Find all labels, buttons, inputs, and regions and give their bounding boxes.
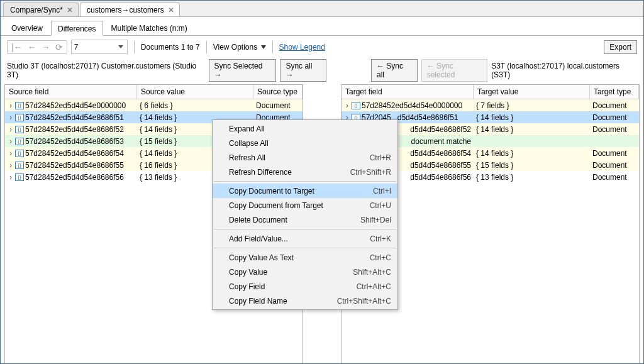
row-value: { 14 fields } (474, 148, 590, 158)
view-options-button[interactable]: View Options (213, 43, 266, 52)
top-tabs: Compare/Sync* ✕ customers→customers ✕ (1, 1, 643, 17)
expand-icon[interactable]: › (8, 125, 14, 134)
page-select[interactable]: 7 (71, 40, 128, 54)
separator (134, 41, 135, 53)
sync-all-left-button[interactable]: ← Sync all (371, 59, 418, 82)
doc-range-label: Documents 1 to 7 (141, 43, 200, 52)
cm-copy-value-text[interactable]: Copy Value As TextCtrl+C (213, 250, 397, 265)
row-type: Document (590, 148, 639, 158)
row-type: Document (590, 101, 639, 111)
cm-copy-from-target[interactable]: Copy Document from TargetCtrl+U (213, 198, 397, 212)
cm-refresh-all[interactable]: Refresh AllCtrl+R (213, 150, 397, 165)
close-icon[interactable]: ✕ (168, 6, 174, 14)
expand-icon[interactable]: › (8, 113, 14, 122)
separator (214, 181, 396, 182)
document-icon (15, 114, 24, 121)
row-id: d5d4d54e8686f55 (410, 161, 471, 170)
show-legend-link[interactable]: Show Legend (279, 43, 325, 52)
document-icon (15, 138, 24, 145)
target-connection-label: S3T (localhost:27017) local.customers (S… (491, 62, 637, 79)
tab-compare-sync[interactable]: Compare/Sync* ✕ (3, 3, 79, 16)
col-target-type[interactable]: Target type (590, 85, 639, 99)
document-icon (15, 174, 24, 181)
row-value: { 6 fields } (137, 101, 253, 111)
row-type: Document (253, 101, 303, 111)
cm-copy-field-name[interactable]: Copy Field NameCtrl+Shift+Alt+C (213, 294, 397, 308)
target-columns: Target field Target value Target type (341, 85, 639, 99)
expand-icon[interactable]: › (8, 137, 14, 146)
prev-page-icon[interactable]: ← (28, 42, 36, 52)
row-type: Document (590, 124, 639, 135)
col-source-type[interactable]: Source type (253, 85, 303, 99)
sync-selected-left-button: ← Sync selected (421, 59, 487, 82)
row-id: 57d28452ed5d4d54e8686f55 (25, 161, 124, 170)
expand-icon[interactable]: › (8, 161, 14, 170)
sync-all-right-button[interactable]: Sync all → (280, 59, 326, 82)
row-value: { 14 fields } (474, 113, 590, 123)
connection-strip: Studio 3T (localhost:27017) Customer.cus… (1, 58, 643, 84)
row-id: d5d4d54e8686f54 (410, 149, 471, 158)
col-source-field[interactable]: Source field (5, 85, 137, 99)
separator (206, 41, 207, 53)
row-type: Document (590, 160, 639, 170)
cm-refresh-difference[interactable]: Refresh DifferenceCtrl+Shift+R (213, 165, 397, 179)
separator (214, 229, 396, 229)
export-button[interactable]: Export (604, 40, 637, 54)
tab-label: Compare/Sync* (10, 6, 63, 14)
cm-expand-all[interactable]: Expand All (213, 121, 397, 136)
document-icon (15, 126, 24, 133)
row-type: Document (590, 113, 639, 123)
row-id: 57d28452ed5d4d54e8686f51 (25, 113, 124, 122)
table-row[interactable]: › 57d28452ed5d4d54e0000000{ 6 fields }Do… (5, 99, 303, 111)
tab-overview[interactable]: Overview (4, 20, 50, 35)
document-icon (15, 102, 24, 109)
tab-multiple-matches[interactable]: Multiple Matches (n:m) (104, 20, 194, 35)
tab-label: customers→customers (87, 6, 164, 14)
row-value: { 14 fields } (474, 124, 590, 135)
refresh-icon[interactable]: ⟳ (55, 42, 63, 52)
row-value (474, 141, 590, 142)
cm-delete-document[interactable]: Delete DocumentShift+Del (213, 212, 397, 227)
col-source-value[interactable]: Source value (137, 85, 253, 99)
col-target-field[interactable]: Target field (341, 85, 474, 99)
sync-selected-right-button[interactable]: Sync Selected → (209, 59, 277, 82)
tab-differences[interactable]: Differences (51, 21, 103, 36)
cm-copy-to-target[interactable]: Copy Document to TargetCtrl+I (213, 184, 397, 198)
source-columns: Source field Source value Source type (5, 85, 303, 99)
next-page-icon[interactable]: → (42, 42, 50, 52)
row-id: d5d4d54e8686f52 (410, 125, 471, 134)
tab-customers[interactable]: customers→customers ✕ (80, 3, 180, 16)
row-value: { 15 fields } (474, 160, 590, 170)
expand-icon[interactable]: › (8, 149, 14, 158)
expand-icon[interactable]: › (344, 101, 350, 110)
table-row[interactable]: › 57d28452ed5d4d54e0000000{ 7 fields }Do… (341, 99, 639, 111)
context-menu: Expand All Collapse All Refresh AllCtrl+… (212, 119, 398, 310)
row-id: 57d28452ed5d4d54e8686f53 (25, 137, 124, 146)
close-icon[interactable]: ✕ (67, 6, 73, 14)
row-id: 57d28452ed5d4d54e8686f54 (25, 149, 124, 158)
cm-copy-field[interactable]: Copy FieldCtrl+Alt+C (213, 279, 397, 294)
row-type (590, 141, 639, 142)
cm-collapse-all[interactable]: Collapse All (213, 136, 397, 150)
col-target-value[interactable]: Target value (474, 85, 590, 99)
row-id: 57d28452ed5d4d54e0000000 (362, 101, 462, 110)
row-id: document matche (411, 137, 471, 146)
sub-tabs: Overview Differences Multiple Matches (n… (1, 17, 643, 36)
row-id: 57d28452ed5d4d54e8686f56 (25, 173, 124, 182)
expand-icon[interactable]: › (8, 173, 14, 182)
page-value: 7 (74, 43, 79, 52)
separator (272, 41, 273, 53)
chevron-down-icon (261, 45, 266, 49)
cm-copy-value[interactable]: Copy ValueShift+Alt+C (213, 265, 397, 279)
row-value: { 7 fields } (474, 101, 590, 111)
separator (214, 248, 396, 248)
document-icon (15, 150, 24, 157)
cm-add-field[interactable]: Add Field/Value...Ctrl+K (213, 231, 397, 246)
row-id: 57d28452ed5d4d54e0000000 (25, 101, 126, 110)
row-type: Document (590, 172, 639, 182)
row-value: { 13 fields } (474, 172, 590, 182)
row-id: 57d28452ed5d4d54e8686f52 (25, 125, 124, 134)
expand-icon[interactable]: › (8, 101, 14, 110)
row-id: d5d4d54e8686f56 (410, 173, 471, 182)
first-page-icon[interactable]: |← (11, 42, 23, 52)
